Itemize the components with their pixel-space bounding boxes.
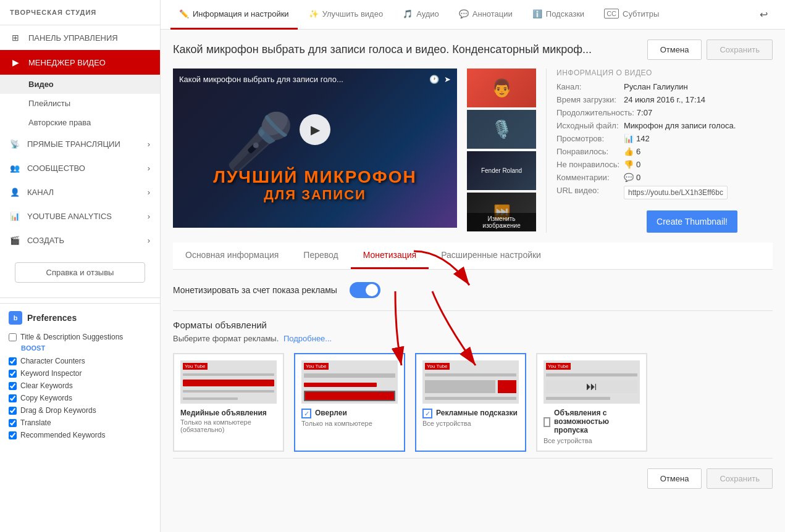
sidebar-item-channel[interactable]: 👤 КАНАЛ › — [0, 180, 160, 204]
sidebar-sub-copyright[interactable]: Авторские права — [0, 113, 160, 132]
sidebar-item-analytics[interactable]: 📊 YOUTUBE ANALYTICS › — [0, 204, 160, 228]
sidebar-item-create[interactable]: 🎬 СОЗДАТЬ › — [0, 228, 160, 252]
learn-more-link[interactable]: Подробнее... — [283, 334, 332, 343]
create-chevron: › — [148, 236, 150, 245]
pref-translate: Translate — [9, 417, 151, 429]
sidebar-item-video-manager[interactable]: ▶ МЕНЕДЖЕР ВИДЕО — [0, 50, 160, 75]
sidebar-sub-playlists[interactable]: Плейлисты — [0, 94, 160, 113]
sub-tab-translate[interactable]: Перевод — [291, 243, 350, 269]
sidebar-sub-video[interactable]: Видео — [0, 75, 160, 94]
tab-tips-label: Подсказки — [546, 9, 584, 19]
info-row-url: URL видео: https://youtu.be/LX1h3Eff6bc — [556, 186, 737, 199]
ad-title-sponsored: Рекламные подсказки — [436, 409, 518, 417]
ad-card-display[interactable]: You Tube Медийные объявления Только на к… — [173, 353, 284, 452]
ad-formats-section: Форматы объявлений Выберите формат рекла… — [173, 320, 773, 452]
ad-formats-sub: Выберите формат рекламы. Подробнее... — [173, 334, 773, 343]
channel-icon: 👤 — [10, 188, 20, 197]
sponsored-checkbox[interactable] — [422, 409, 432, 418]
recommended-keywords-label: Recommended Keywords — [20, 431, 105, 439]
back-button[interactable]: ↩ — [752, 4, 775, 25]
tab-annotations-icon: 💬 — [459, 9, 469, 19]
info-panel: ИНФОРМАЦИЯ О ВИДЕО Канал: Руслан Галиули… — [546, 69, 737, 233]
info-row-upload-time: Время загрузки: 24 июля 2016 г., 17:14 — [556, 95, 737, 104]
help-button-container: Справка и отзывы — [0, 252, 160, 293]
content-area: Какой микрофон выбрать для записи голоса… — [161, 30, 785, 532]
overlay-line1: ЛУЧШИЙ МИКРОФОН — [173, 167, 457, 187]
skippable-checkbox[interactable] — [544, 417, 550, 427]
ad-subtitle-display: Только на компьютере (обязательно) — [180, 418, 277, 433]
preferences-section: b Preferences Title & Description Sugges… — [0, 303, 160, 449]
bottom-cancel-button[interactable]: Отмена — [647, 468, 702, 489]
ad-title-skippable: Объявления с возможностью пропуска — [554, 409, 640, 434]
sidebar-item-community[interactable]: 👥 СООБЩЕСТВО › — [0, 156, 160, 180]
pref-keyword-inspector: Keyword Inspector — [9, 367, 151, 380]
sidebar-video-manager-label: МЕНЕДЖЕР ВИДЕО — [28, 58, 106, 67]
monetize-label: Монетизировать за счет показа рекламы — [173, 285, 337, 295]
copy-keywords-checkbox[interactable] — [9, 394, 17, 402]
tab-tips[interactable]: ℹ️ Подсказки — [524, 0, 593, 30]
boost-label: BOOST — [21, 344, 45, 352]
pref-copy-keywords: Copy Keywords — [9, 392, 151, 404]
translate-checkbox[interactable] — [9, 419, 17, 427]
pref-clear-keywords: Clear Keywords — [9, 380, 151, 392]
drag-drop-label: Drag & Drop Keywords — [20, 406, 96, 415]
preferences-divider — [0, 297, 160, 298]
share-icon: ➤ — [444, 75, 451, 84]
ad-preview-skippable: You Tube ⏭ — [544, 360, 640, 404]
create-thumbnail-button[interactable]: Create Thumbnail! — [647, 210, 737, 233]
thumbnail-3[interactable]: Fender Roland — [467, 151, 536, 190]
community-icon: 👥 — [10, 164, 20, 173]
ad-card-sponsored[interactable]: You Tube Рекламные подсказки — [415, 353, 526, 452]
tab-improve[interactable]: ✨ Улучшить видео — [300, 0, 392, 30]
tab-info-icon: ✏️ — [179, 9, 189, 19]
tab-improve-icon: ✨ — [309, 9, 319, 19]
title-desc-checkbox[interactable] — [9, 333, 17, 341]
ad-subtitle-skippable: Все устройства — [544, 437, 640, 444]
ad-grid: You Tube Медийные объявления Только на к… — [173, 353, 773, 452]
overlay-checkbox[interactable] — [301, 409, 311, 418]
preferences-icon: b — [9, 311, 22, 325]
sidebar-item-live[interactable]: 📡 ПРЯМЫЕ ТРАНСЛЯЦИИ › — [0, 132, 160, 156]
drag-drop-checkbox[interactable] — [9, 407, 17, 415]
sub-tab-basic[interactable]: Основная информация — [173, 243, 291, 269]
help-button[interactable]: Справка и отзывы — [15, 262, 145, 283]
video-url[interactable]: https://youtu.be/LX1h3Eff6bc — [624, 186, 728, 199]
thumbnail-1[interactable]: 👨 — [467, 69, 536, 107]
tab-improve-label: Улучшить видео — [322, 9, 384, 19]
tab-subtitles-label: Субтитры — [623, 9, 659, 19]
change-image-button[interactable]: Изменить изображение — [467, 213, 536, 231]
video-player[interactable]: Какой микрофон выбрать для записи голо..… — [173, 69, 457, 228]
pref-recommended: Recommended Keywords — [9, 429, 151, 441]
sidebar-item-dashboard[interactable]: ⊞ ПАНЕЛЬ УПРАВЛЕНИЯ — [0, 25, 160, 50]
sidebar-logo: ТВОРЧЕСКАЯ СТУДИЯ — [0, 0, 160, 25]
live-icon: 📡 — [10, 139, 20, 149]
keyword-inspector-checkbox[interactable] — [9, 370, 17, 378]
title-save-button[interactable]: Сохранить — [707, 39, 773, 60]
info-row-channel: Канал: Руслан Галиулин — [556, 82, 737, 91]
info-section-title: ИНФОРМАЦИЯ О ВИДЕО — [556, 69, 737, 77]
pref-char-counters: Character Counters — [9, 355, 151, 367]
monetization-content: Монетизировать за счет показа рекламы — [173, 270, 773, 511]
tab-annotations-label: Аннотации — [472, 9, 513, 19]
bottom-save-button[interactable]: Сохранить — [707, 468, 773, 489]
thumbnail-4[interactable]: ⏭️ Изменить изображение — [467, 193, 536, 231]
thumbnail-2[interactable]: 🎙️ — [467, 110, 536, 149]
clear-keywords-checkbox[interactable] — [9, 382, 17, 390]
monetize-toggle[interactable] — [350, 282, 380, 298]
char-counters-checkbox[interactable] — [9, 357, 17, 365]
live-chevron: › — [148, 139, 150, 149]
tab-annotations[interactable]: 💬 Аннотации — [450, 0, 521, 30]
title-desc-label: Title & Description Suggestions — [20, 333, 123, 341]
tab-audio[interactable]: 🎵 Аудио — [394, 0, 448, 30]
ad-card-skippable[interactable]: You Tube ⏭ Объявления с возможностью про… — [536, 353, 647, 452]
ad-card-overlay[interactable]: You Tube Оверлеи Только на компьютере — [294, 353, 405, 452]
tab-info[interactable]: ✏️ Информация и настройки — [170, 0, 298, 30]
tab-subtitles[interactable]: CC Субтитры — [595, 0, 668, 30]
ad-title-overlay: Оверлеи — [315, 409, 347, 417]
title-cancel-button[interactable]: Отмена — [647, 39, 702, 60]
info-row-views: Просмотров: 📊 142 — [556, 134, 737, 143]
bottom-buttons: Отмена Сохранить — [173, 458, 773, 499]
sidebar-dashboard-label: ПАНЕЛЬ УПРАВЛЕНИЯ — [28, 33, 118, 43]
recommended-checkbox[interactable] — [9, 431, 17, 439]
clear-keywords-label: Clear Keywords — [20, 381, 73, 390]
